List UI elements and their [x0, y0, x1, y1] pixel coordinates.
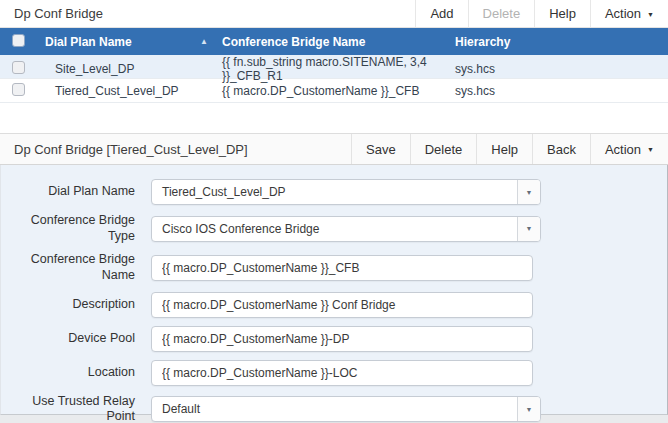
- detail-toolbar: Dp Conf Bridge [Tiered_Cust_Level_DP] Sa…: [0, 133, 668, 165]
- field-label: Use Trusted Relay Point: [1, 394, 151, 423]
- table-row[interactable]: Site_Level_DP {{ fn.sub_string macro.SIT…: [0, 55, 668, 79]
- save-button[interactable]: Save: [351, 134, 410, 164]
- dropdown-toggle-button[interactable]: ▼: [517, 180, 540, 204]
- chevron-down-icon: ▼: [647, 10, 654, 18]
- field-row-dial-plan-name: Dial Plan Name Tiered_Cust_Level_DP ▼: [1, 179, 667, 205]
- column-header-dial-plan-name[interactable]: Dial Plan Name ▲: [45, 35, 222, 49]
- delete-button[interactable]: Delete: [410, 134, 477, 164]
- detail-panel-title: Dp Conf Bridge [Tiered_Cust_Level_DP]: [0, 142, 248, 157]
- cell-conference-bridge-name: {{ fn.sub_string macro.SITENAME, 3,4 }}_…: [222, 55, 455, 83]
- list-panel-title: Dp Conf Bridge: [0, 6, 103, 21]
- select-value: Default: [152, 397, 517, 421]
- select-value: Cisco IOS Conference Bridge: [152, 217, 517, 241]
- dial-plan-name-select[interactable]: Tiered_Cust_Level_DP ▼: [151, 179, 541, 205]
- back-button-label: Back: [547, 142, 576, 157]
- panel-gap: [0, 103, 668, 133]
- help-button-label: Help: [491, 142, 518, 157]
- field-row-conference-bridge-type: Conference Bridge Type Cisco IOS Confere…: [1, 213, 667, 244]
- row-checkbox-cell: [0, 83, 45, 99]
- field-label: Description: [1, 297, 151, 313]
- select-value: Tiered_Cust_Level_DP: [152, 180, 517, 204]
- sort-ascending-icon: ▲: [200, 38, 208, 46]
- cell-hierarchy: sys.hcs: [455, 84, 668, 98]
- action-menu-button[interactable]: Action ▼: [590, 134, 668, 164]
- table-row[interactable]: Tiered_Cust_Level_DP {{ macro.DP_Custome…: [0, 79, 668, 103]
- delete-button-label: Delete: [425, 142, 463, 157]
- list-toolbar-buttons: Add Delete Help Action ▼: [415, 0, 668, 27]
- detail-form: Dial Plan Name Tiered_Cust_Level_DP ▼ Co…: [0, 165, 668, 415]
- chevron-down-icon: ▼: [526, 225, 533, 232]
- add-button[interactable]: Add: [415, 0, 467, 27]
- dropdown-toggle-button[interactable]: ▼: [517, 217, 540, 241]
- cell-dial-plan-name: Tiered_Cust_Level_DP: [45, 84, 222, 98]
- action-button-label: Action: [605, 6, 641, 21]
- add-button-label: Add: [430, 6, 453, 21]
- conference-bridge-name-input[interactable]: [151, 255, 533, 281]
- field-row-description: Description: [1, 292, 667, 318]
- list-toolbar: Dp Conf Bridge Add Delete Help Action ▼: [0, 0, 668, 28]
- table-header: Dial Plan Name ▲ Conference Bridge Name …: [0, 28, 668, 55]
- chevron-down-icon: ▼: [526, 189, 533, 196]
- column-header-conference-bridge-name[interactable]: Conference Bridge Name: [222, 35, 455, 49]
- header-checkbox-cell: [0, 34, 45, 50]
- location-input[interactable]: [151, 360, 533, 386]
- action-button-label: Action: [605, 142, 641, 157]
- detail-panel: Dp Conf Bridge [Tiered_Cust_Level_DP] Sa…: [0, 133, 668, 423]
- save-button-label: Save: [366, 142, 396, 157]
- back-button[interactable]: Back: [532, 134, 590, 164]
- use-trusted-relay-point-select[interactable]: Default ▼: [151, 396, 541, 422]
- list-panel: Dp Conf Bridge Add Delete Help Action ▼ …: [0, 0, 668, 103]
- row-checkbox[interactable]: [12, 83, 25, 96]
- conference-bridge-type-select[interactable]: Cisco IOS Conference Bridge ▼: [151, 216, 541, 242]
- chevron-down-icon: ▼: [526, 406, 533, 413]
- action-menu-button[interactable]: Action ▼: [590, 0, 668, 27]
- description-input[interactable]: [151, 292, 533, 318]
- field-label: Device Pool: [1, 331, 151, 347]
- column-header-hierarchy[interactable]: Hierarchy: [455, 35, 668, 49]
- detail-toolbar-buttons: Save Delete Help Back Action ▼: [351, 134, 668, 164]
- cell-dial-plan-name: Site_Level_DP: [45, 62, 222, 76]
- delete-button[interactable]: Delete: [468, 0, 535, 27]
- help-button[interactable]: Help: [534, 0, 590, 27]
- column-header-label: Dial Plan Name: [45, 35, 132, 49]
- field-row-location: Location: [1, 360, 667, 386]
- select-all-checkbox[interactable]: [12, 34, 25, 47]
- field-label: Conference Bridge Type: [1, 213, 151, 244]
- field-row-conference-bridge-name: Conference Bridge Name: [1, 252, 667, 283]
- field-label: Conference Bridge Name: [1, 252, 151, 283]
- row-checkbox-cell: [0, 61, 45, 77]
- cell-hierarchy: sys.hcs: [455, 62, 668, 76]
- help-button-label: Help: [549, 6, 576, 21]
- device-pool-input[interactable]: [151, 326, 533, 352]
- field-row-device-pool: Device Pool: [1, 326, 667, 352]
- field-label: Dial Plan Name: [1, 184, 151, 200]
- cell-conference-bridge-name: {{ macro.DP_CustomerName }}_CFB: [222, 84, 455, 98]
- chevron-down-icon: ▼: [647, 145, 654, 153]
- delete-button-label: Delete: [483, 6, 521, 21]
- row-checkbox[interactable]: [12, 61, 25, 74]
- help-button[interactable]: Help: [476, 134, 532, 164]
- field-label: Location: [1, 365, 151, 381]
- dropdown-toggle-button[interactable]: ▼: [517, 397, 540, 421]
